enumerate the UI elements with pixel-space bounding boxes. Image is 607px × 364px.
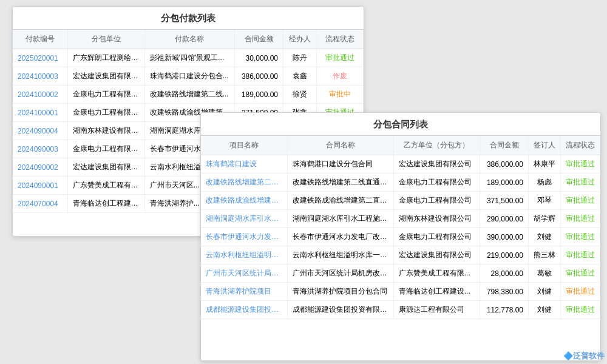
contract-status: 审批通过 xyxy=(561,210,600,228)
contract-table-row[interactable]: 广州市天河区统计局机房改造项目 广州市天河区统计局机房改造项目分包... 广东赞… xyxy=(201,265,600,283)
contract-project[interactable]: 改建铁路成渝线增建第二直通线... xyxy=(201,192,287,210)
contract-table-row[interactable]: 湖南洞庭湖水库引水工程施工标 湖南洞庭湖水库引水工程施工标分包合同 湖南东林建设… xyxy=(201,210,600,228)
contract-party: 宏达建设集团有限公司 xyxy=(393,155,480,174)
contract-signer: 杨彪 xyxy=(529,174,561,192)
col-payment-handler: 经办人 xyxy=(283,30,317,49)
contract-table-row[interactable]: 长春市伊通河水力发电厂改建工程 长春市伊通河水力发电厂改建工程分包... 金康电… xyxy=(201,228,600,246)
contract-amount: 390,000.00 xyxy=(480,228,529,246)
contract-party: 广东赞美成工程有限... xyxy=(393,265,480,283)
payment-amount: 386,000.00 xyxy=(235,67,283,86)
payment-id[interactable]: 2024090002 xyxy=(13,158,67,177)
payment-table-row[interactable]: 2024100002 金康电力工程有限公司 改建铁路线增建第二线... 189,… xyxy=(13,86,364,104)
col-payment-amount: 合同金额 xyxy=(235,30,283,49)
watermark: 🔷泛普软件 xyxy=(563,351,605,362)
contract-project[interactable]: 珠海鹤港口建设 xyxy=(201,155,287,174)
contract-status: 审批通过 xyxy=(561,265,600,283)
payment-unit: 宏达建设集团有限公司 xyxy=(67,67,144,86)
contract-project[interactable]: 广州市天河区统计局机房改造项目 xyxy=(201,265,287,283)
payment-unit: 广东辉朗工程测绘公司 xyxy=(67,49,144,67)
contract-amount: 386,000.00 xyxy=(480,155,529,174)
contract-party: 金康电力工程有限公司 xyxy=(393,174,480,192)
payment-table-row[interactable]: 2024100003 宏达建设集团有限公司 珠海鹤港口建设分包合... 386,… xyxy=(13,67,364,86)
payment-table-row[interactable]: 2025020001 广东辉朗工程测绘公司 彭祖新城'四馆'景观工... 30,… xyxy=(13,49,364,67)
payment-status: 审批中 xyxy=(317,86,364,104)
watermark-text: 泛普软件 xyxy=(573,351,605,360)
payment-status: 审批通过 xyxy=(317,49,364,67)
contract-project[interactable]: 成都能源建设集团投资有限公司... xyxy=(201,301,287,319)
contract-name: 改建铁路成渝线增建第二直通线（成渝... xyxy=(287,192,393,210)
payment-unit: 金康电力工程有限公司 xyxy=(67,86,144,104)
payment-id[interactable]: 2024090001 xyxy=(13,177,67,195)
col-contract-party: 乙方单位（分包方） xyxy=(393,136,480,155)
contract-status: 审批通过 xyxy=(561,301,600,319)
contract-table: 项目名称 合同名称 乙方单位（分包方） 合同金额 签订人 流程状态 珠海鹤港口建… xyxy=(201,136,600,319)
contract-name: 云南水利枢纽组溢明水库一期工程施工标... xyxy=(287,246,393,265)
contract-project[interactable]: 改建铁路线增建第二线直通线（... xyxy=(201,174,287,192)
contract-party: 宏达建设集团有限公司 xyxy=(393,246,480,265)
contract-signer: 邓琴 xyxy=(529,192,561,210)
contract-project[interactable]: 长春市伊通河水力发电厂改建工程 xyxy=(201,228,287,246)
payment-unit: 金康电力工程有限公司 xyxy=(67,140,144,158)
contract-amount: 371,500.00 xyxy=(480,192,529,210)
contract-project[interactable]: 湖南洞庭湖水库引水工程施工标 xyxy=(201,210,287,228)
contract-status: 审批通过 xyxy=(561,283,600,301)
contract-status: 审批通过 xyxy=(561,228,600,246)
payment-name: 珠海鹤港口建设分包合... xyxy=(144,67,234,86)
col-payment-id: 付款编号 xyxy=(13,30,67,49)
payment-amount: 30,000.00 xyxy=(235,49,283,67)
col-payment-name: 付款名称 xyxy=(144,30,234,49)
contract-name: 广州市天河区统计局机房改造项目分包... xyxy=(287,265,393,283)
contract-party: 湖南东林建设有限公司 xyxy=(393,210,480,228)
contract-signer: 刘健 xyxy=(529,283,561,301)
contract-amount: 28,000.00 xyxy=(480,265,529,283)
contract-name: 改建铁路线增建第二线直通线（成都-西... xyxy=(287,174,393,192)
contract-panel: 分包合同列表 项目名称 合同名称 乙方单位（分包方） 合同金额 签订人 流程状态… xyxy=(200,112,601,361)
contract-table-row[interactable]: 改建铁路线增建第二线直通线（... 改建铁路线增建第二线直通线（成都-西... … xyxy=(201,174,600,192)
payment-id[interactable]: 2024100001 xyxy=(13,104,67,122)
payment-name: 改建铁路线增建第二线... xyxy=(144,86,234,104)
contract-party: 康源达工程有限公司 xyxy=(393,301,480,319)
contract-party: 青海临达创工程建设... xyxy=(393,283,480,301)
payment-handler: 袁鑫 xyxy=(283,67,317,86)
contract-table-header: 项目名称 合同名称 乙方单位（分包方） 合同金额 签订人 流程状态 xyxy=(201,136,600,155)
payment-handler: 徐贤 xyxy=(283,86,317,104)
contract-table-row[interactable]: 改建铁路成渝线增建第二直通线... 改建铁路成渝线增建第二直通线（成渝... 金… xyxy=(201,192,600,210)
contract-project[interactable]: 青海洪湖养护院项目 xyxy=(201,283,287,301)
payment-id[interactable]: 2024100003 xyxy=(13,67,67,86)
contract-amount: 798,380.00 xyxy=(480,283,529,301)
contract-name: 珠海鹤港口建设分包合同 xyxy=(287,155,393,174)
contract-name: 青海洪湖养护院项目分包合同 xyxy=(287,283,393,301)
payment-id[interactable]: 2025020001 xyxy=(13,49,67,67)
contract-table-row[interactable]: 青海洪湖养护院项目 青海洪湖养护院项目分包合同 青海临达创工程建设... 798… xyxy=(201,283,600,301)
contract-party: 金康电力工程有限公司 xyxy=(393,228,480,246)
contract-status: 审批通过 xyxy=(561,174,600,192)
contract-status: 审批通过 xyxy=(561,246,600,265)
contract-signer: 葛敏 xyxy=(529,265,561,283)
contract-name: 成都能源建设集团投资有限公司临时办... xyxy=(287,301,393,319)
col-contract-signer: 签订人 xyxy=(529,136,561,155)
contract-party: 金康电力工程有限公司 xyxy=(393,192,480,210)
payment-amount: 189,000.00 xyxy=(235,86,283,104)
contract-signer: 刘健 xyxy=(529,228,561,246)
payment-table-header: 付款编号 分包单位 付款名称 合同金额 经办人 流程状态 xyxy=(13,30,364,49)
payment-id[interactable]: 2024070004 xyxy=(13,195,67,213)
contract-signer: 林康平 xyxy=(529,155,561,174)
payment-unit: 青海临达创工程建设有... xyxy=(67,195,144,213)
col-contract-name: 合同名称 xyxy=(287,136,393,155)
contract-name: 湖南洞庭湖水库引水工程施工标分包合同 xyxy=(287,210,393,228)
payment-id[interactable]: 2024090004 xyxy=(13,122,67,140)
contract-table-row[interactable]: 珠海鹤港口建设 珠海鹤港口建设分包合同 宏达建设集团有限公司 386,000.0… xyxy=(201,155,600,174)
contract-table-row[interactable]: 云南水利枢纽组溢明水库一期工... 云南水利枢纽组溢明水库一期工程施工标... … xyxy=(201,246,600,265)
payment-unit: 宏达建设集团有限公司 xyxy=(67,158,144,177)
col-contract-status: 流程状态 xyxy=(561,136,600,155)
contract-amount: 290,000.00 xyxy=(480,210,529,228)
contract-project[interactable]: 云南水利枢纽组溢明水库一期工... xyxy=(201,246,287,265)
watermark-icon: 🔷 xyxy=(563,351,573,360)
payment-id[interactable]: 2024100002 xyxy=(13,86,67,104)
contract-signer: 刘健 xyxy=(529,301,561,319)
contract-status: 审批通过 xyxy=(561,192,600,210)
col-payment-unit: 分包单位 xyxy=(67,30,144,49)
contract-table-row[interactable]: 成都能源建设集团投资有限公司... 成都能源建设集团投资有限公司临时办... 康… xyxy=(201,301,600,319)
contract-status: 审批通过 xyxy=(561,155,600,174)
payment-id[interactable]: 2024090003 xyxy=(13,140,67,158)
